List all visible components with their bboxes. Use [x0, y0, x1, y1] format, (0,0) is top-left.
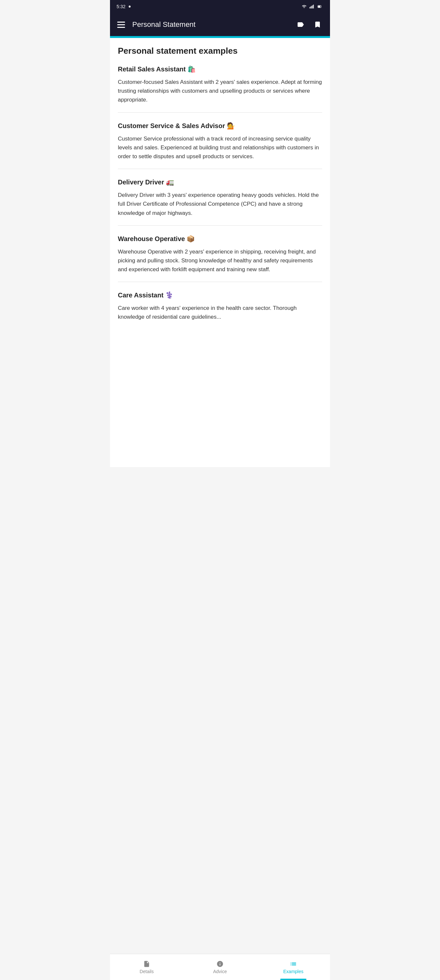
section-customer: Customer Service & Sales Advisor 💁 Custo…: [118, 122, 322, 161]
section-body-retail: Customer-focused Sales Assistant with 2 …: [118, 78, 322, 105]
battery-icon: [316, 4, 324, 9]
wifi-icon: [301, 4, 307, 9]
label-icon: [297, 21, 305, 29]
section-body-delivery: Delivery Driver with 3 years' experience…: [118, 191, 322, 218]
section-title-retail: Retail Sales Assistant 🛍️: [118, 65, 322, 73]
divider-3: [118, 225, 322, 226]
signal-icon: [309, 4, 314, 9]
divider-4: [118, 282, 322, 282]
status-icons: [301, 4, 324, 9]
section-title-delivery: Delivery Driver 🚛: [118, 178, 322, 186]
section-body-warehouse: Warehouse Operative with 2 years' experi…: [118, 247, 322, 274]
section-warehouse: Warehouse Operative 📦 Warehouse Operativ…: [118, 235, 322, 274]
section-title-care: Care Assistant ⚕️: [118, 291, 322, 299]
menu-button[interactable]: [115, 20, 127, 30]
status-time: 5:32: [116, 4, 132, 9]
svg-rect-2: [311, 6, 311, 8]
svg-rect-4: [313, 5, 314, 8]
bookmark-icon: [314, 21, 321, 29]
label-button[interactable]: [293, 18, 308, 32]
section-retail: Retail Sales Assistant 🛍️ Customer-focus…: [118, 65, 322, 105]
page-heading: Personal statement examples: [118, 46, 322, 56]
notification-icon: [127, 4, 132, 9]
app-bar: Personal Statement: [110, 13, 330, 36]
section-title-warehouse: Warehouse Operative 📦: [118, 235, 322, 243]
content-area: Personal statement examples Retail Sales…: [110, 38, 330, 467]
divider-2: [118, 169, 322, 169]
divider-1: [118, 112, 322, 113]
section-care: Care Assistant ⚕️ Care worker with 4 yea…: [118, 291, 322, 321]
section-title-customer: Customer Service & Sales Advisor 💁: [118, 122, 322, 130]
time-display: 5:32: [116, 4, 125, 9]
app-bar-actions: [293, 18, 325, 32]
svg-rect-3: [312, 6, 313, 8]
section-body-care: Care worker with 4 years' experience in …: [118, 304, 322, 321]
save-button[interactable]: [310, 18, 325, 32]
svg-rect-6: [318, 6, 320, 7]
section-delivery: Delivery Driver 🚛 Delivery Driver with 3…: [118, 178, 322, 218]
app-bar-left: Personal Statement: [115, 20, 195, 30]
status-bar: 5:32: [110, 0, 330, 13]
section-body-customer: Customer Service professional with a tra…: [118, 134, 322, 161]
app-bar-title: Personal Statement: [132, 20, 195, 29]
svg-rect-1: [310, 7, 310, 8]
svg-point-0: [129, 6, 130, 8]
